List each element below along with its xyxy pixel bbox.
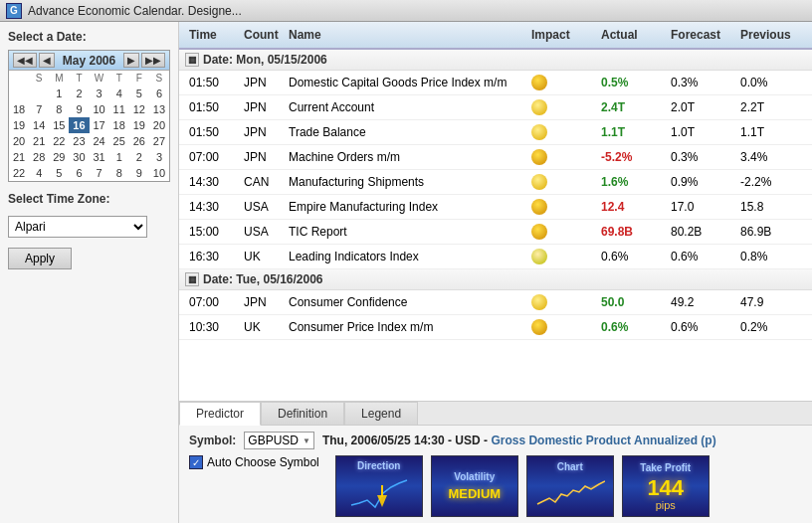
cell-actual: 69.8B — [597, 223, 667, 241]
cal-day[interactable]: 26 — [129, 133, 149, 149]
apply-button[interactable]: Apply — [8, 248, 72, 269]
date-section-label: Select a Date: — [8, 30, 170, 44]
cal-day[interactable]: 2 — [69, 86, 89, 101]
cell-name: Consumer Price Index m/m — [285, 318, 527, 336]
cal-day[interactable]: 23 — [69, 133, 89, 149]
cal-day[interactable]: 19 — [129, 117, 149, 133]
cell-name: Leading Indicators Index — [285, 248, 527, 265]
tab-definition[interactable]: Definition — [261, 402, 344, 425]
cal-day[interactable]: 22 — [49, 133, 69, 149]
cell-previous: 3.4% — [736, 148, 806, 166]
cal-day[interactable]: 31 — [90, 149, 109, 165]
cal-day[interactable]: 7 — [29, 101, 49, 117]
cal-day[interactable]: 16 — [69, 117, 89, 133]
cell-impact — [527, 73, 597, 92]
impact-icon — [531, 75, 547, 90]
cal-day[interactable]: 12 — [129, 101, 149, 117]
cell-name: Empire Manufacturing Index — [285, 198, 527, 216]
table-header: Time Count Name Impact Actual Forecast P… — [179, 22, 812, 50]
cal-week-num: 22 — [9, 165, 29, 181]
cal-day[interactable]: 18 — [109, 117, 129, 133]
table-body[interactable]: ▦Date: Mon, 05/15/2006 01:50 JPN Domesti… — [179, 50, 812, 401]
cal-prev-btn[interactable]: ◀ — [39, 53, 55, 68]
cell-impact — [527, 97, 597, 117]
cell-name: TIC Report — [285, 223, 527, 241]
cell-actual: 2.4T — [597, 98, 667, 116]
impact-icon — [531, 224, 547, 240]
cell-impact — [527, 292, 597, 312]
table-row[interactable]: 14:30 CAN Manufacturing Shipments 1.6% 0… — [179, 170, 812, 195]
table-row[interactable]: 07:00 JPN Consumer Confidence 50.0 49.2 … — [179, 290, 812, 315]
cal-day[interactable]: 27 — [149, 133, 169, 149]
cal-prev-prev-btn[interactable]: ◀◀ — [13, 53, 37, 68]
volatility-value: MEDIUM — [448, 486, 501, 501]
cal-day[interactable]: 14 — [29, 117, 49, 133]
cal-day[interactable]: 1 — [49, 86, 69, 101]
table-row[interactable]: 10:30 UK Consumer Price Index m/m 0.6% 0… — [179, 315, 812, 340]
cell-time: 07:00 — [185, 293, 240, 311]
direction-chart — [349, 475, 409, 513]
cell-time: 01:50 — [185, 98, 240, 116]
cal-next-btn[interactable]: ▶ — [123, 53, 139, 68]
table-row[interactable]: 15:00 USA TIC Report 69.8B 80.2B 86.9B — [179, 220, 812, 245]
take-profit-card[interactable]: Take Profit 144 pips — [622, 455, 710, 517]
cal-day[interactable]: 15 — [49, 117, 69, 133]
table-row[interactable]: 16:30 UK Leading Indicators Index 0.6% 0… — [179, 245, 812, 269]
symbol-dropdown[interactable]: GBPUSD ▼ — [244, 432, 314, 449]
cell-actual: 0.6% — [597, 248, 667, 265]
date-icon: ▦ — [185, 272, 199, 286]
cal-day[interactable]: 28 — [29, 149, 49, 165]
auto-choose-checkbox[interactable]: ✓ — [189, 455, 203, 469]
table-row[interactable]: 14:30 USA Empire Manufacturing Index 12.… — [179, 195, 812, 220]
take-profit-unit: pips — [656, 499, 676, 511]
cal-day[interactable]: 25 — [109, 133, 129, 149]
cal-week-num: 18 — [9, 101, 29, 117]
timezone-select[interactable]: Alpari GMT EST PST — [8, 216, 147, 238]
cal-prev-nav[interactable]: ◀◀ ◀ — [13, 53, 55, 68]
table-row[interactable]: 01:50 JPN Domestic Capital Goods Price I… — [179, 71, 812, 95]
col-previous: Previous — [736, 26, 806, 44]
chart-card[interactable]: Chart — [526, 455, 614, 517]
table-row[interactable]: 07:00 JPN Machine Orders m/m -5.2% 0.3% … — [179, 145, 812, 170]
cal-week-num: 21 — [9, 149, 29, 165]
cal-day[interactable]: 29 — [49, 149, 69, 165]
table-row[interactable]: 01:50 JPN Current Account 2.4T 2.0T 2.2T — [179, 95, 812, 120]
calendar-header: ◀◀ ◀ May 2006 ▶ ▶▶ — [9, 51, 169, 71]
cell-name: Machine Orders m/m — [285, 148, 527, 166]
cal-next-next-btn[interactable]: ▶▶ — [141, 53, 165, 68]
cal-day[interactable]: 20 — [149, 117, 169, 133]
cal-day[interactable]: 5 — [129, 86, 149, 101]
cell-previous: 0.2% — [736, 318, 806, 336]
cal-day[interactable]: 13 — [149, 101, 169, 117]
cal-thu-header: T — [109, 71, 129, 86]
cell-actual: 0.6% — [597, 318, 667, 336]
impact-icon — [531, 149, 547, 165]
impact-icon — [531, 99, 547, 115]
tab-legend[interactable]: Legend — [344, 402, 418, 425]
cal-day[interactable]: 6 — [149, 86, 169, 101]
cal-day[interactable]: 24 — [90, 133, 109, 149]
symbol-label: Symbol: — [189, 434, 236, 447]
cal-day: 2 — [129, 149, 149, 165]
cal-day[interactable]: 3 — [90, 86, 109, 101]
cal-day[interactable]: 9 — [69, 101, 89, 117]
cal-sun-header: S — [29, 71, 49, 86]
cal-day[interactable]: 8 — [49, 101, 69, 117]
direction-card[interactable]: Direction — [335, 455, 423, 517]
cell-time: 14:30 — [185, 173, 240, 191]
auto-choose-label[interactable]: ✓ Auto Choose Symbol — [189, 455, 319, 469]
cal-day[interactable]: 11 — [109, 101, 129, 117]
cal-next-nav[interactable]: ▶ ▶▶ — [123, 53, 165, 68]
tab-predictor[interactable]: Predictor — [179, 402, 261, 426]
cal-day[interactable]: 10 — [90, 101, 109, 117]
cal-day[interactable]: 17 — [90, 117, 109, 133]
direction-label: Direction — [357, 460, 400, 471]
table-row[interactable]: 01:50 JPN Trade Balance 1.1T 1.0T 1.1T — [179, 120, 812, 145]
symbol-value: GBPUSD — [248, 434, 299, 447]
volatility-card[interactable]: Volatility MEDIUM — [431, 455, 518, 517]
cal-day[interactable]: 21 — [29, 133, 49, 149]
cal-day[interactable]: 4 — [109, 86, 129, 101]
cal-day[interactable]: 30 — [69, 149, 89, 165]
cell-previous: 47.9 — [736, 293, 806, 311]
cell-actual: 0.5% — [597, 74, 667, 91]
